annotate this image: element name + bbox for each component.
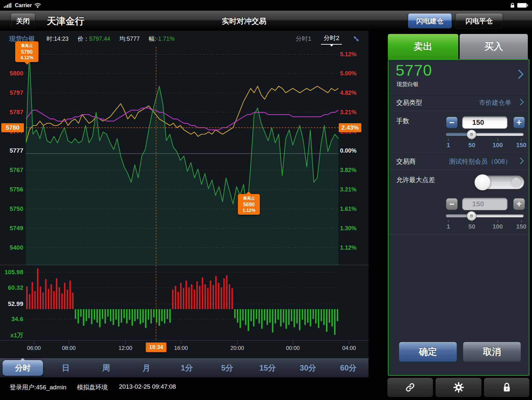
y-axis-label: 5777 [0, 147, 23, 154]
toggle-track-hole [511, 177, 522, 188]
lots-slider-ticks: 150100150 [446, 138, 524, 150]
order-price: 5770 [396, 61, 432, 79]
confirm-button[interactable]: 确定 [399, 342, 457, 362]
pane-separator [0, 340, 368, 341]
y-axis-percent-label: 1.12% [340, 244, 368, 251]
chart-header-tabs: 分时1 分时2 [296, 33, 361, 45]
page-title: 实时对冲交易 [222, 16, 266, 26]
max-spread-plus-button[interactable]: + [513, 198, 525, 210]
tab-buy[interactable]: 买入 [460, 34, 528, 59]
x-axis-tick [293, 341, 293, 345]
chevron-right-icon[interactable] [514, 70, 524, 79]
x-axis-label: 16:00 [174, 345, 188, 351]
broker-label: 交易商 [396, 157, 416, 166]
y-axis-label: 5756 [0, 186, 23, 193]
settings-button[interactable] [435, 378, 482, 397]
y-axis-label: 5797 [0, 89, 23, 96]
app-title: 天津金行 [47, 15, 84, 28]
y-axis-label: 5750 [0, 205, 23, 212]
slider-tick-mark [472, 139, 472, 141]
max-spread-minus-button[interactable]: − [446, 198, 458, 210]
crosshair-time-chip: 18:34 [146, 342, 166, 352]
y-axis-label: 5767 [0, 167, 23, 174]
collapse-chart-icon[interactable] [352, 34, 361, 43]
slider-tick-label: 150 [516, 142, 527, 149]
flash-close-position-button[interactable]: 闪电平仓 [455, 13, 503, 28]
gear-icon [453, 382, 464, 393]
toggle-knob[interactable] [474, 174, 491, 190]
max-spread-input[interactable]: 150 [462, 198, 507, 210]
divider [388, 111, 529, 111]
flash-open-position-button[interactable]: 闪电建仓 [408, 13, 452, 28]
y-axis-label: 105.98 [0, 269, 23, 276]
link-button[interactable] [387, 378, 433, 397]
order-panel: 5770 现货白银 交易类型 市价建仓单 手数 − 150 + 15010015… [388, 59, 529, 376]
y-axis-percent-label: 1.30% [340, 225, 368, 232]
close-button[interactable]: 关闭 [11, 13, 35, 28]
period-tab-5[interactable]: 1分 [167, 359, 207, 377]
slider-tick-mark [497, 220, 498, 222]
y-axis-percent-label: 5.12% [340, 51, 368, 58]
period-tab-bar: 分时日周月1分5分15分30分60分 [0, 358, 368, 377]
y-axis-percent-label: 1.61% [340, 205, 368, 212]
trade-type-value[interactable]: 市价建仓单 [479, 98, 511, 107]
callout-pointer [246, 191, 251, 194]
lots-plus-button[interactable]: + [513, 117, 525, 128]
y-axis-label: 5400 [0, 244, 23, 251]
slider-tick-mark [448, 139, 449, 141]
period-tab-1[interactable]: 分时 [3, 360, 43, 376]
cancel-button[interactable]: 取消 [463, 342, 521, 362]
period-tab-8[interactable]: 30分 [288, 359, 328, 377]
logged-in-user: 登录用户:456_admin [10, 383, 66, 392]
lots-slider[interactable] [446, 133, 524, 136]
chevron-right-icon[interactable] [517, 157, 524, 164]
x-axis-tick [237, 341, 238, 345]
x-axis-tick [69, 341, 69, 345]
trade-type-label: 交易类型 [396, 98, 422, 107]
y-axis-percent-label: 4.82% [340, 89, 368, 96]
lock-button[interactable] [484, 378, 529, 397]
slider-tick-label: 100 [493, 223, 503, 230]
tab-minute-chart-1[interactable]: 分时1 [296, 35, 312, 43]
max-spread-label: 允许最大点差 [396, 176, 435, 184]
x-axis-label: 12:00 [119, 345, 133, 351]
slider-handle[interactable] [467, 130, 476, 139]
status-bar-right [510, 3, 528, 8]
callout-text: 5690 [239, 202, 259, 208]
period-tab-4[interactable]: 月 [126, 359, 167, 377]
chart-area: 现货白银 时:14:23 价：5797.44 均:5777 幅:-1.71% 分… [0, 31, 368, 377]
chart-average: 均:5777 [119, 35, 140, 43]
slider-tick-mark [472, 220, 472, 222]
tab-minute-chart-2[interactable]: 分时2 [321, 33, 342, 45]
tab-sell[interactable]: 卖出 [388, 34, 458, 59]
slider-tick-label: 50 [468, 142, 475, 149]
broker-value[interactable]: 测试特别会员（008） [449, 157, 511, 166]
period-tab-3[interactable]: 周 [86, 359, 126, 377]
max-spread-toggle[interactable] [475, 176, 524, 189]
lots-minus-button[interactable]: − [446, 117, 458, 128]
lots-input[interactable]: 150 [462, 116, 507, 129]
status-bar: Carrier [0, 0, 532, 11]
period-tab-6[interactable]: 5分 [207, 359, 247, 377]
y-axis-label: 5749 [0, 225, 23, 232]
slider-tick-mark [497, 139, 498, 141]
period-tab-9[interactable]: 60分 [328, 359, 368, 377]
y-axis-percent-label: 0.00% [340, 147, 368, 154]
y-axis-label: 34.6 [0, 316, 23, 323]
callout-text: 最高点 [16, 43, 38, 49]
slider-handle[interactable] [467, 211, 476, 221]
x-axis-label: 04:00 [342, 345, 356, 351]
period-tab-2[interactable]: 日 [46, 359, 86, 377]
chevron-right-icon[interactable] [517, 99, 524, 105]
price-chart-svg [26, 47, 338, 265]
period-tab-7[interactable]: 15分 [247, 359, 288, 377]
link-icon [405, 382, 415, 393]
y-axis-label: 52.99 [0, 300, 23, 308]
callout-pointer [24, 62, 30, 65]
divider [388, 153, 529, 153]
max-spread-slider[interactable] [446, 214, 524, 217]
volume-chart-svg [26, 265, 338, 341]
crosshair-price-chip: 5780 [1, 123, 24, 132]
divider [388, 170, 529, 170]
slider-tick-mark [448, 220, 449, 222]
